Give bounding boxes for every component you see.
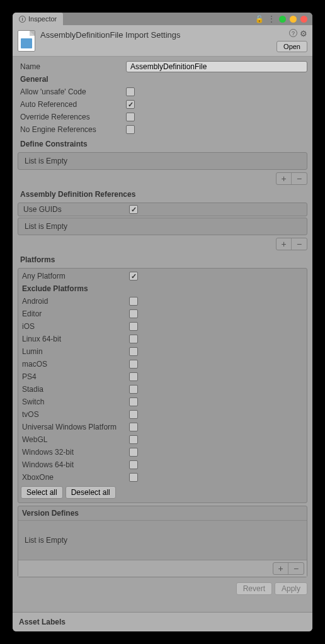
platform-checkbox[interactable]: [129, 360, 138, 369]
version-defines-title: Version Defines: [18, 506, 307, 521]
platform-label: Universal Windows Platform: [21, 423, 129, 431]
platform-checkbox[interactable]: [129, 435, 138, 444]
header-right: Open: [277, 29, 307, 52]
gear-icon[interactable]: [300, 29, 307, 38]
platform-row: Android: [18, 295, 307, 308]
window-controls: [279, 16, 307, 23]
name-label: Name: [18, 62, 126, 71]
platform-checkbox[interactable]: [129, 460, 138, 469]
no-engine-row: No Engine References: [18, 123, 307, 136]
maximize-button[interactable]: [290, 16, 297, 23]
auto-referenced-row: Auto Referenced: [18, 98, 307, 111]
remove-version-define-button[interactable]: −: [288, 563, 304, 574]
platforms-box: Any Platform Exclude Platforms AndroidEd…: [18, 268, 307, 503]
platform-row: Lumin: [18, 345, 307, 358]
open-button[interactable]: Open: [277, 41, 307, 52]
platforms-title: Platforms: [18, 252, 307, 267]
platform-row: XboxOne: [18, 471, 307, 484]
lock-icon[interactable]: 🔓: [255, 15, 264, 23]
remove-constraint-button[interactable]: −: [292, 173, 307, 184]
auto-referenced-checkbox[interactable]: [126, 100, 135, 109]
assembly-refs-list: List is Empty: [18, 218, 307, 235]
define-constraints-list: List is Empty: [18, 152, 307, 170]
platform-checkbox[interactable]: [129, 322, 138, 331]
override-refs-checkbox[interactable]: [126, 113, 135, 121]
platform-row: Windows 32-bit: [18, 446, 307, 458]
platform-row: PS4: [18, 370, 307, 383]
version-defines-box: Version Defines List is Empty + −: [18, 506, 307, 577]
revert-button[interactable]: Revert: [236, 582, 272, 595]
inspector-header: AssemblyDefinitionFile Import Settings O…: [13, 25, 312, 57]
override-refs-row: Override References: [18, 111, 307, 123]
assembly-refs-footer: + −: [18, 236, 307, 252]
platform-row: Editor: [18, 308, 307, 320]
platform-checkbox[interactable]: [129, 448, 138, 457]
platform-row: Universal Windows Platform: [18, 421, 307, 433]
platform-row: Windows 64-bit: [18, 458, 307, 471]
platform-checkbox[interactable]: [129, 372, 138, 381]
select-all-button[interactable]: Select all: [21, 486, 63, 499]
override-refs-label: Override References: [18, 113, 126, 121]
platform-row: Linux 64-bit: [18, 333, 307, 345]
platform-checkbox[interactable]: [129, 309, 138, 318]
deselect-all-button[interactable]: Deselect all: [66, 486, 116, 499]
remove-reference-button[interactable]: −: [292, 238, 307, 250]
tab-bar: i Inspector 🔓 ⋮: [13, 13, 312, 25]
platform-checkbox[interactable]: [129, 335, 138, 343]
define-constraints-title: Define Constraints: [18, 136, 307, 151]
add-constraint-button[interactable]: +: [277, 173, 292, 184]
no-engine-checkbox[interactable]: [126, 125, 135, 134]
use-guids-box: Use GUIDs: [18, 203, 307, 216]
allow-unsafe-checkbox[interactable]: [126, 87, 135, 96]
version-defines-empty: List is Empty: [18, 521, 307, 560]
use-guids-label: Use GUIDs: [21, 205, 129, 214]
platform-checkbox[interactable]: [129, 397, 138, 406]
any-platform-checkbox[interactable]: [129, 272, 138, 280]
apply-button[interactable]: Apply: [275, 582, 307, 595]
header-title: AssemblyDefinitionFile Import Settings: [40, 29, 271, 40]
name-input[interactable]: [126, 61, 307, 72]
platform-label: Editor: [21, 309, 129, 318]
platform-label: macOS: [21, 360, 129, 369]
platform-checkbox[interactable]: [129, 410, 138, 419]
platform-label: Android: [21, 297, 129, 306]
platform-checkbox[interactable]: [129, 297, 138, 306]
tabbar-right: 🔓 ⋮: [255, 14, 312, 23]
auto-referenced-label: Auto Referenced: [18, 100, 126, 109]
minimize-button[interactable]: [279, 16, 286, 23]
kebab-menu-icon[interactable]: ⋮: [268, 14, 275, 23]
assembly-refs-empty: List is Empty: [18, 218, 307, 235]
define-constraints-empty: List is Empty: [18, 153, 307, 169]
any-platform-label: Any Platform: [21, 272, 129, 280]
platform-row: tvOS: [18, 408, 307, 421]
platform-row: WebGL: [18, 433, 307, 446]
exclude-platforms-title: Exclude Platforms: [21, 284, 129, 293]
tab-inspector[interactable]: i Inspector: [13, 13, 63, 25]
platform-checkbox[interactable]: [129, 385, 138, 394]
close-button[interactable]: [300, 16, 307, 23]
allow-unsafe-label: Allow 'unsafe' Code: [18, 87, 126, 96]
general-title: General: [18, 75, 126, 84]
platform-label: WebGL: [21, 435, 129, 444]
help-icon[interactable]: [289, 29, 297, 37]
bottom-buttons: Revert Apply: [18, 579, 307, 599]
define-constraints-footer: + −: [18, 171, 307, 186]
add-version-define-button[interactable]: +: [273, 563, 288, 574]
platform-label: PS4: [21, 372, 129, 381]
platform-label: tvOS: [21, 410, 129, 419]
platform-row: Switch: [18, 396, 307, 408]
platform-checkbox[interactable]: [129, 347, 138, 356]
use-guids-checkbox[interactable]: [129, 205, 138, 214]
platform-checkbox[interactable]: [129, 423, 138, 431]
add-reference-button[interactable]: +: [277, 238, 292, 250]
tab-label: Inspector: [28, 15, 57, 23]
platforms-list: AndroidEditoriOSLinux 64-bitLuminmacOSPS…: [18, 295, 307, 484]
asset-labels-section[interactable]: Asset Labels: [13, 612, 312, 631]
platform-label: iOS: [21, 322, 129, 331]
assembly-refs-title: Assembly Definition References: [18, 186, 307, 201]
inspector-body: Name General Allow 'unsafe' Code Auto Re…: [13, 57, 312, 612]
platform-label: Lumin: [21, 347, 129, 356]
platform-label: XboxOne: [21, 473, 129, 482]
platform-checkbox[interactable]: [129, 473, 138, 482]
platform-label: Stadia: [21, 385, 129, 394]
